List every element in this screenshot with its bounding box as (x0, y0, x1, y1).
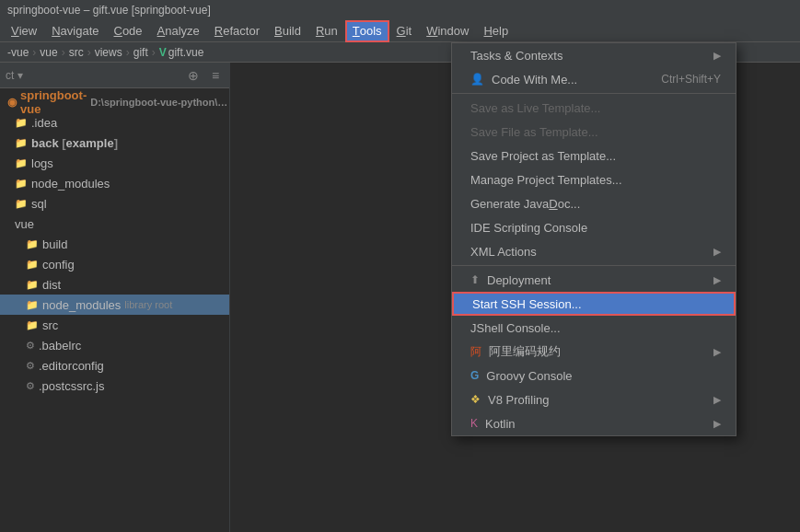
menu-view[interactable]: View (4, 20, 44, 42)
tree-logs[interactable]: 📁 logs (0, 153, 229, 173)
kotlin-icon: K (470, 417, 478, 430)
menu-refactor[interactable]: Refactor (207, 20, 267, 42)
menu-code[interactable]: Code (107, 20, 150, 42)
tree-back[interactable]: 📁 back [example] (0, 133, 229, 153)
menu-code-with-me[interactable]: 👤 Code With Me... Ctrl+Shift+Y (452, 67, 736, 91)
folder-icon: 📁 (26, 279, 39, 291)
folder-icon: 📁 (15, 117, 28, 129)
folder-icon: 📁 (26, 319, 39, 331)
item-label: config (42, 258, 75, 272)
deploy-icon: ⬆ (470, 273, 480, 286)
gear-icon: ⚙ (26, 380, 35, 392)
menu-alibaba[interactable]: 阿 阿里编码规约 ▶ (452, 340, 736, 364)
item-label: node_modules (31, 177, 110, 191)
menu-ide-scripting-console[interactable]: IDE Scripting Console (452, 215, 736, 239)
folder-icon: 📁 (15, 178, 28, 190)
menu-save-project-template[interactable]: Save Project as Template... (452, 144, 736, 168)
folder-icon: 📁 (26, 259, 39, 271)
tree-config[interactable]: 📁 config (0, 254, 229, 274)
root-path: D:\springboot-vue-python\springboot-vu (90, 97, 229, 108)
title-text: springboot-vue – gift.vue [springboot-vu… (7, 4, 211, 17)
folder-icon: 📁 (26, 238, 39, 250)
shortcut-label: Ctrl+Shift+Y (661, 73, 721, 86)
menu-kotlin[interactable]: K Kotlin ▶ (452, 411, 736, 435)
separator (452, 93, 736, 94)
menu-git[interactable]: Git (389, 20, 420, 42)
item-label: .idea (31, 116, 57, 130)
item-label: .postcssrc.js (39, 379, 105, 393)
menu-xml-actions[interactable]: XML Actions ▶ (452, 239, 736, 263)
v8-icon: ❖ (470, 393, 481, 406)
item-label: .editorconfig (39, 359, 104, 373)
alibaba-icon: 阿 (470, 344, 481, 360)
menu-save-file-template: Save File as Template... (452, 120, 736, 144)
item-label: sql (31, 197, 47, 211)
tree-postcssrc[interactable]: ⚙ .postcssrc.js (0, 376, 229, 396)
gear-icon: ⚙ (26, 360, 35, 372)
menu-analyze[interactable]: Analyze (150, 20, 207, 42)
menu-start-ssh-session[interactable]: Start SSH Session... (452, 292, 736, 316)
arrow-icon: ▶ (713, 50, 721, 62)
arrow-icon: ▶ (713, 274, 721, 286)
menu-groovy-console[interactable]: G Groovy Console (452, 364, 736, 387)
menu-deployment[interactable]: ⬆ Deployment ▶ (452, 268, 736, 292)
tree-build[interactable]: 📁 build (0, 234, 229, 254)
root-label: springboot-vue (20, 88, 87, 116)
menu-tools[interactable]: Tools (345, 20, 389, 42)
menu-save-live-template: Save as Live Template... (452, 96, 736, 120)
menu-window[interactable]: Window (419, 20, 476, 42)
menu-run[interactable]: Run (308, 20, 345, 42)
folder-icon: 📁 (15, 198, 28, 210)
add-btn[interactable]: ⊕ (185, 67, 202, 84)
tree-babelrc[interactable]: ⚙ .babelrc (0, 335, 229, 355)
item-label: dist (42, 278, 61, 292)
item-label: src (42, 318, 58, 332)
tree-idea[interactable]: 📁 .idea (0, 112, 229, 133)
menu-navigate[interactable]: Navigate (44, 20, 106, 42)
title-bar: springboot-vue – gift.vue [springboot-vu… (0, 0, 800, 20)
sidebar-toolbar: ct ▾ ⊕ ≡ (0, 63, 229, 88)
arrow-icon: ▶ (713, 418, 721, 430)
folder-icon: 📁 (15, 157, 28, 169)
separator-2 (452, 265, 736, 266)
menu-help[interactable]: Help (476, 20, 516, 42)
arrow-icon: ▶ (713, 246, 721, 258)
menu-tasks-contexts[interactable]: Tasks & Contexts ▶ (452, 43, 736, 67)
groovy-icon: G (470, 369, 479, 382)
file-tree: ◉ springboot-vue D:\springboot-vue-pytho… (0, 88, 229, 399)
folder-icon: 📁 (15, 137, 28, 149)
tree-editorconfig[interactable]: ⚙ .editorconfig (0, 355, 229, 376)
settings-btn[interactable]: ≡ (207, 67, 224, 84)
tree-dist[interactable]: 📁 dist (0, 274, 229, 295)
tree-node-modules[interactable]: 📁 node_modules library root (0, 295, 229, 315)
item-label: build (42, 237, 67, 251)
item-label: logs (31, 156, 53, 170)
item-label: back [example] (31, 136, 118, 150)
tools-dropdown: Tasks & Contexts ▶ 👤 Code With Me... Ctr… (451, 42, 736, 436)
lib-label: library root (124, 299, 172, 310)
arrow-icon: ▶ (713, 394, 721, 406)
menu-generate-javadoc[interactable]: Generate JavaDoc... (452, 191, 736, 215)
tree-vue[interactable]: vue (0, 214, 229, 234)
menu-v8-profiling[interactable]: ❖ V8 Profiling ▶ (452, 387, 736, 411)
tree-root[interactable]: ◉ springboot-vue D:\springboot-vue-pytho… (0, 92, 229, 112)
menu-build[interactable]: Build (267, 20, 308, 42)
menu-manage-project-templates[interactable]: Manage Project Templates... (452, 168, 736, 191)
tree-node-modules-root[interactable]: 📁 node_modules (0, 173, 229, 193)
menu-bar: View Navigate Code Analyze Refactor Buil… (0, 20, 800, 42)
menu-jshell-console[interactable]: JShell Console... (452, 316, 736, 340)
gear-icon: ⚙ (26, 340, 35, 352)
item-label: node_modules (42, 298, 121, 312)
item-label: .babelrc (39, 339, 81, 353)
sidebar: ct ▾ ⊕ ≡ ◉ springboot-vue D:\springboot-… (0, 63, 230, 532)
arrow-icon: ▶ (713, 346, 721, 358)
sidebar-label: ct ▾ (6, 69, 23, 82)
item-label: vue (15, 217, 34, 231)
person-icon: 👤 (470, 73, 484, 86)
tree-sql[interactable]: 📁 sql (0, 193, 229, 214)
folder-icon: 📁 (26, 299, 39, 311)
tree-src[interactable]: 📁 src (0, 315, 229, 335)
